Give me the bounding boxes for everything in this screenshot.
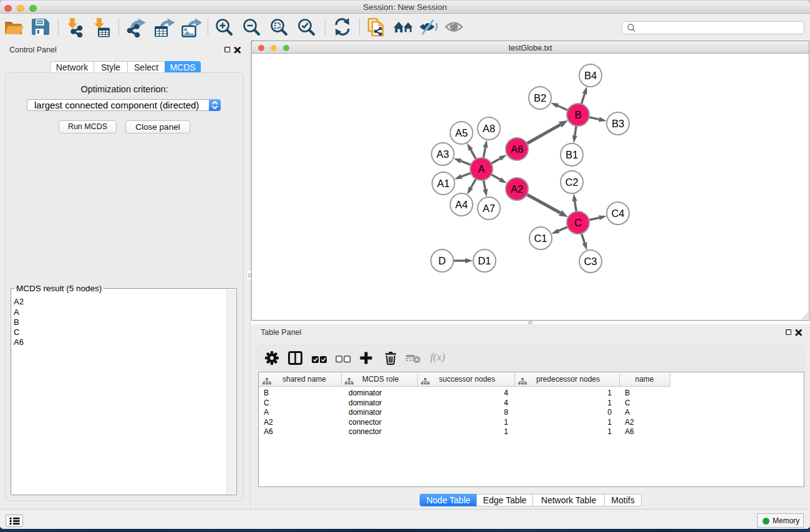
svg-text:A: A [478,163,485,175]
svg-text:A8: A8 [483,123,495,134]
svg-text:A1: A1 [437,178,450,189]
svg-text:D1: D1 [478,255,491,266]
svg-text:B: B [574,109,581,120]
svg-text:A2: A2 [511,183,523,195]
svg-text:B2: B2 [534,92,546,104]
svg-text:C3: C3 [584,256,597,267]
svg-text:A7: A7 [483,203,495,214]
svg-text:C4: C4 [611,208,624,219]
svg-text:B4: B4 [584,70,597,81]
svg-text:C: C [574,217,582,228]
svg-text:A5: A5 [455,127,468,138]
svg-text:B3: B3 [612,118,624,129]
svg-text:A6: A6 [511,143,523,155]
svg-text:C2: C2 [565,177,578,188]
svg-text:D: D [438,255,446,266]
svg-text:C1: C1 [534,233,547,244]
svg-text:B1: B1 [566,149,578,160]
svg-text:A3: A3 [436,148,449,160]
svg-text:A4: A4 [455,199,468,210]
